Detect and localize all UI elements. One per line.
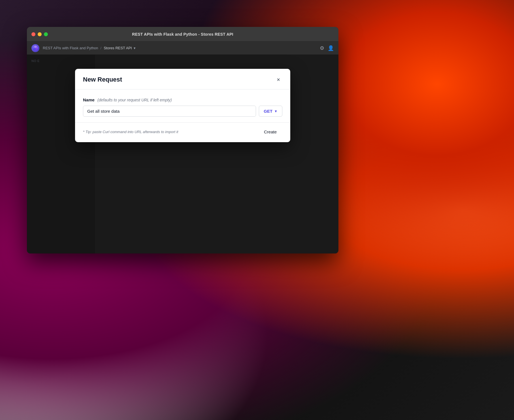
nav-bar: REST APIs with Flask and Python / Stores… [27, 42, 338, 55]
main-content: No E Import from File New Request New Re… [27, 55, 338, 253]
modal-body: Name (defaults to your request URL if le… [75, 89, 290, 122]
method-select-button[interactable]: GET ▼ [259, 106, 282, 117]
method-label: GET [264, 109, 272, 114]
title-bar: REST APIs with Flask and Python - Stores… [27, 27, 338, 42]
user-icon[interactable]: 👤 [328, 45, 334, 51]
minimize-button[interactable] [38, 32, 42, 36]
name-field-label: Name (defaults to your request URL if le… [83, 97, 282, 102]
app-window: REST APIs with Flask and Python - Stores… [27, 27, 338, 253]
modal-footer: * Tip: paste Curl command into URL after… [75, 122, 290, 142]
chevron-down-icon: ▼ [133, 46, 136, 50]
request-name-input[interactable] [83, 106, 256, 117]
modal-header: New Request × [75, 69, 290, 89]
breadcrumb-current[interactable]: Stores REST API ▼ [104, 46, 136, 50]
breadcrumb: REST APIs with Flask and Python / Stores… [43, 46, 136, 50]
nav-actions: ⚙ 👤 [320, 45, 334, 51]
maximize-button[interactable] [44, 32, 48, 36]
gear-icon[interactable]: ⚙ [320, 45, 324, 51]
app-logo [31, 44, 39, 52]
tip-text: * Tip: paste Curl command into URL after… [83, 130, 178, 134]
traffic-lights [31, 32, 48, 36]
modal-close-button[interactable]: × [274, 76, 282, 84]
close-button[interactable] [31, 32, 35, 36]
new-request-modal: New Request × Name (defaults to your req… [75, 69, 290, 142]
method-chevron-icon: ▼ [274, 109, 278, 113]
breadcrumb-parent[interactable]: REST APIs with Flask and Python [43, 46, 98, 50]
breadcrumb-separator: / [101, 46, 102, 50]
input-row: GET ▼ [83, 106, 282, 117]
logo-icon [33, 46, 38, 51]
modal-title: New Request [83, 76, 122, 83]
create-button[interactable]: Create [258, 127, 282, 137]
window-title: REST APIs with Flask and Python - Stores… [132, 32, 233, 37]
name-field-hint: (defaults to your request URL if left em… [97, 98, 172, 102]
